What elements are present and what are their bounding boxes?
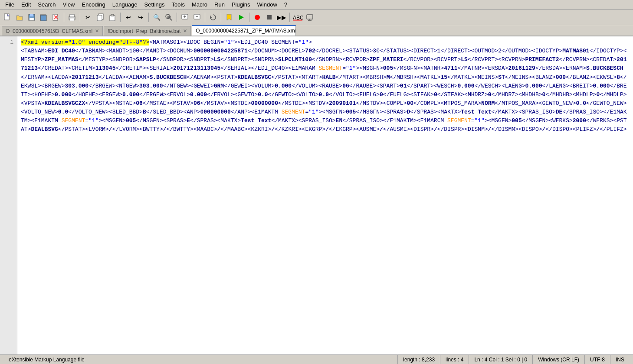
bookmark-button[interactable] bbox=[223, 12, 235, 23]
svg-point-27 bbox=[255, 15, 260, 20]
stop-button[interactable] bbox=[264, 12, 275, 23]
svg-rect-2 bbox=[30, 14, 33, 16]
tab-close-baltimore[interactable]: ✕ bbox=[183, 28, 187, 34]
position-label: Ln : 4 Col : 1 Sel : 0 | 0 bbox=[474, 357, 527, 363]
save-button[interactable] bbox=[26, 12, 37, 23]
tab-label: O_0000000004576193_CLFMAS.xml bbox=[6, 28, 92, 34]
svg-rect-28 bbox=[267, 15, 272, 20]
monitor-button[interactable] bbox=[304, 12, 315, 23]
menu-edit[interactable]: Edit bbox=[18, 0, 34, 9]
play-macro-button[interactable]: ▶▶ bbox=[276, 12, 287, 23]
menu-language[interactable]: Language bbox=[109, 0, 141, 9]
tabs-bar: O_0000000004576193_CLFMAS.xml ✕ !DocImpo… bbox=[0, 25, 633, 36]
status-line-endings: Windows (CR LF) bbox=[533, 355, 585, 364]
menu-plugins[interactable]: Plugins bbox=[228, 0, 254, 9]
menu-settings[interactable]: Settings bbox=[141, 0, 168, 9]
svg-text:ABC: ABC bbox=[293, 14, 303, 20]
statusbar: eXtensible Markup Language file length :… bbox=[0, 354, 633, 364]
cut-button[interactable]: ✂ bbox=[82, 12, 94, 23]
encoding-label: UTF-8 bbox=[590, 357, 605, 363]
menu-view[interactable]: View bbox=[59, 0, 79, 9]
svg-text:ab: ab bbox=[167, 15, 171, 19]
status-encoding: UTF-8 bbox=[585, 355, 610, 364]
status-filetype: eXtensible Markup Language file bbox=[3, 355, 398, 364]
tab-matmas[interactable]: O_0000000004225871_ZPF_MATMAS.xml ✕ bbox=[192, 25, 296, 36]
editor-content[interactable]: <?xml version="1.0" encoding="UTF-8"?><M… bbox=[17, 36, 633, 354]
insert-mode-label: INS bbox=[616, 357, 624, 363]
tab-label: !DocImport_Prep_Baltimore.bat bbox=[108, 28, 180, 34]
menu-macro[interactable]: Macro bbox=[188, 0, 211, 9]
svg-rect-14 bbox=[97, 15, 102, 21]
svg-rect-31 bbox=[307, 15, 313, 19]
status-position: Ln : 4 Col : 1 Sel : 0 | 0 bbox=[469, 355, 533, 364]
close-button[interactable] bbox=[50, 12, 62, 23]
svg-rect-6 bbox=[41, 15, 46, 21]
open-button[interactable] bbox=[14, 12, 25, 23]
svg-marker-25 bbox=[227, 14, 231, 20]
print-button[interactable] bbox=[66, 12, 78, 23]
status-insert-mode: INS bbox=[610, 355, 630, 364]
paste-button[interactable] bbox=[107, 12, 118, 23]
tab-label-active: O_0000000004225871_ZPF_MATMAS.xml bbox=[196, 28, 296, 34]
menubar: File Edit Search View Encoding Language … bbox=[0, 0, 633, 10]
line-number-1: 1 bbox=[2, 38, 13, 47]
line-endings-label: Windows (CR LF) bbox=[538, 357, 579, 363]
find-button[interactable]: 🔍 bbox=[151, 12, 162, 23]
menu-tools[interactable]: Tools bbox=[168, 0, 188, 9]
zoom-in-button[interactable] bbox=[179, 12, 190, 23]
status-length: length : 8,233 bbox=[398, 355, 440, 364]
menu-search[interactable]: Search bbox=[34, 0, 59, 9]
save-all-button[interactable] bbox=[38, 12, 49, 23]
tab-clfmas[interactable]: O_0000000004576193_CLFMAS.xml ✕ bbox=[2, 26, 103, 36]
menu-run[interactable]: Run bbox=[211, 0, 228, 9]
menu-file[interactable]: File bbox=[2, 0, 18, 9]
copy-button[interactable] bbox=[95, 12, 106, 23]
svg-rect-16 bbox=[111, 14, 114, 16]
spell-check-button[interactable]: ABC bbox=[292, 12, 303, 23]
record-button[interactable] bbox=[252, 12, 263, 23]
redo-button[interactable]: ↪ bbox=[135, 12, 146, 23]
new-button[interactable] bbox=[2, 12, 13, 23]
replace-button[interactable]: ab bbox=[163, 12, 174, 23]
svg-rect-11 bbox=[70, 14, 74, 17]
editor-container: 1 <?xml version="1.0" encoding="UTF-8"?>… bbox=[0, 36, 633, 354]
svg-rect-0 bbox=[4, 14, 9, 20]
svg-rect-12 bbox=[70, 18, 74, 21]
svg-rect-7 bbox=[53, 14, 58, 20]
tab-close-clfmas[interactable]: ✕ bbox=[95, 28, 99, 34]
svg-marker-26 bbox=[239, 15, 244, 20]
sync-button[interactable] bbox=[207, 12, 219, 23]
tab-baltimore[interactable]: !DocImport_Prep_Baltimore.bat ✕ bbox=[104, 26, 191, 36]
toolbar: ✂ ↩ ↪ 🔍 ab ▶▶ ABC bbox=[0, 10, 633, 25]
svg-rect-15 bbox=[110, 16, 115, 21]
line-numbers: 1 bbox=[0, 36, 17, 354]
length-label: length : 8,233 bbox=[403, 357, 435, 363]
lines-label: lines : 4 bbox=[446, 357, 463, 363]
menu-encoding[interactable]: Encoding bbox=[79, 0, 109, 9]
status-lines: lines : 4 bbox=[440, 355, 469, 364]
filetype-label: eXtensible Markup Language file bbox=[9, 357, 85, 363]
zoom-out-button[interactable] bbox=[191, 12, 203, 23]
svg-rect-3 bbox=[30, 18, 34, 20]
run-script-button[interactable] bbox=[236, 12, 247, 23]
menu-window[interactable]: Window bbox=[254, 0, 281, 9]
undo-button[interactable]: ↩ bbox=[123, 12, 134, 23]
menu-help[interactable]: ? bbox=[281, 0, 291, 9]
